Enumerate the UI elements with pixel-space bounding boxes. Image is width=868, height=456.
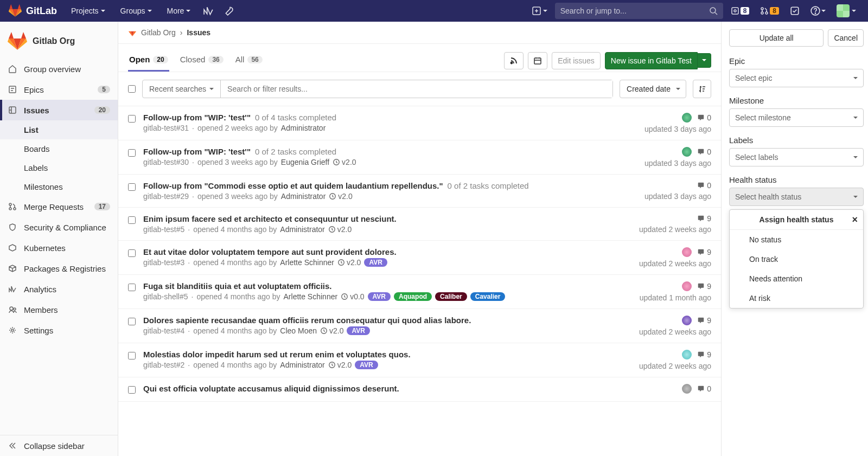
recent-searches[interactable]: Recent searches: [143, 80, 221, 98]
issue-checkbox[interactable]: [128, 352, 136, 359]
sidebar-item-settings[interactable]: Settings: [0, 320, 118, 341]
assignee-avatar[interactable]: [682, 113, 692, 123]
issue-author[interactable]: Administrator: [280, 225, 324, 234]
milestone-select[interactable]: Select milestone: [729, 108, 864, 127]
collapse-sidebar[interactable]: Collapse sidebar: [0, 435, 118, 456]
issue-title[interactable]: Enim ipsum facere sed et architecto et c…: [143, 214, 397, 223]
breadcrumb-group[interactable]: Gitlab Org: [141, 28, 176, 37]
issue-checkbox[interactable]: [128, 249, 136, 257]
sidebar-item-security-compliance[interactable]: Security & Compliance: [0, 217, 118, 237]
issue-title[interactable]: Follow-up from "WIP: 'test'": [143, 113, 251, 122]
issue-title[interactable]: Fuga sit blanditiis quia et aut voluptat…: [143, 281, 332, 291]
assignee-avatar[interactable]: [682, 384, 692, 394]
assignee-avatar[interactable]: [682, 350, 692, 359]
todos-icon[interactable]: [787, 3, 803, 19]
sidebar-sub-list[interactable]: List: [0, 120, 118, 139]
issue-checkbox[interactable]: [128, 149, 136, 157]
sidebar-sub-milestones[interactable]: Milestones: [0, 177, 118, 196]
health-option[interactable]: On track: [730, 249, 863, 269]
update-all-button[interactable]: Update all: [729, 29, 824, 47]
filter-input[interactable]: [221, 80, 612, 98]
gitlab-logo[interactable]: [9, 4, 22, 17]
issue-author[interactable]: Arlette Schinner: [284, 292, 338, 301]
label-chip[interactable]: AVR: [355, 361, 378, 369]
label-chip[interactable]: Aquapod: [394, 292, 432, 301]
issue-checkbox[interactable]: [128, 386, 136, 394]
tab-closed[interactable]: Closed36: [179, 49, 225, 72]
user-menu[interactable]: [833, 1, 859, 21]
health-select[interactable]: Select health status: [729, 188, 864, 206]
epic-select[interactable]: Select epic: [729, 69, 864, 87]
wrench-icon[interactable]: [221, 3, 237, 19]
calendar-button[interactable]: [528, 52, 547, 69]
cancel-button[interactable]: Cancel: [828, 29, 864, 47]
edit-issues-button[interactable]: Edit issues: [552, 52, 601, 69]
health-option[interactable]: Needs attention: [730, 269, 863, 288]
assignee-avatar[interactable]: [682, 281, 692, 291]
close-icon[interactable]: ×: [852, 215, 858, 224]
issue-title[interactable]: Follow-up from "Commodi esse optio et au…: [143, 181, 443, 190]
issue-checkbox[interactable]: [128, 284, 136, 291]
issue-author[interactable]: Administrator: [281, 192, 326, 201]
issue-title[interactable]: Dolores sapiente recusandae quam officii…: [143, 316, 471, 325]
assignee-avatar[interactable]: [682, 316, 692, 325]
mr-shortcut[interactable]: 8: [757, 3, 782, 18]
issue-checkbox[interactable]: [128, 183, 136, 191]
label-chip[interactable]: Caliber: [435, 292, 467, 301]
tab-all[interactable]: All56: [234, 49, 264, 72]
comments-count[interactable]: 9: [697, 350, 711, 359]
sort-direction[interactable]: [693, 80, 711, 98]
issue-checkbox[interactable]: [128, 115, 136, 123]
plus-icon[interactable]: [529, 3, 551, 18]
assignee-avatar[interactable]: [682, 147, 692, 157]
sidebar-item-epics[interactable]: Epics5: [0, 79, 118, 100]
comments-count[interactable]: 9: [697, 214, 711, 223]
select-all-checkbox[interactable]: [128, 85, 136, 93]
issue-title[interactable]: Qui est officia voluptate accusamus aliq…: [143, 384, 399, 393]
sort-select[interactable]: Created date: [620, 80, 686, 98]
issue-title[interactable]: Molestias dolor impedit harum sed ut rer…: [143, 350, 411, 359]
assignee-avatar[interactable]: [682, 247, 692, 257]
comments-count[interactable]: 9: [697, 316, 711, 325]
tab-open[interactable]: Open20: [128, 49, 169, 72]
label-chip[interactable]: Cavalier: [470, 292, 506, 301]
issue-checkbox[interactable]: [128, 318, 136, 325]
issue-author[interactable]: Cleo Moen: [280, 326, 317, 335]
comments-count[interactable]: 0: [697, 113, 711, 122]
comments-count[interactable]: 9: [697, 282, 711, 291]
issues-shortcut[interactable]: 8: [727, 3, 753, 18]
help-icon[interactable]: [807, 3, 829, 19]
comments-count[interactable]: 0: [697, 181, 711, 190]
health-option[interactable]: At risk: [730, 288, 863, 308]
sidebar-item-issues[interactable]: Issues20: [0, 100, 118, 120]
labels-select[interactable]: Select labels: [729, 148, 864, 166]
sidebar-item-members[interactable]: Members: [0, 299, 118, 320]
label-chip[interactable]: AVR: [347, 326, 369, 335]
issue-title[interactable]: Et aut vitae dolor voluptatem tempore au…: [143, 247, 397, 256]
comments-count[interactable]: 9: [697, 248, 711, 256]
issue-title[interactable]: Follow-up from "WIP: 'test'": [143, 147, 251, 156]
sidebar-item-analytics[interactable]: Analytics: [0, 279, 118, 299]
sidebar-sub-boards[interactable]: Boards: [0, 139, 118, 158]
sidebar-item-merge-requests[interactable]: Merge Requests17: [0, 196, 118, 217]
issue-author[interactable]: Arlette Schinner: [280, 258, 334, 267]
rss-button[interactable]: [504, 52, 524, 69]
comments-count[interactable]: 0: [697, 384, 711, 393]
context-header[interactable]: Gitlab Org: [0, 27, 118, 59]
issue-author[interactable]: Administrator: [280, 361, 324, 369]
issue-author[interactable]: Eugenia Grieff: [281, 158, 329, 166]
sidebar-item-kubernetes[interactable]: Kubernetes: [0, 237, 118, 258]
issue-checkbox[interactable]: [128, 216, 136, 224]
sidebar-item-group-overview[interactable]: Group overview: [0, 59, 118, 79]
new-issue-caret[interactable]: [698, 53, 711, 68]
issue-author[interactable]: Administrator: [281, 124, 326, 132]
nav-projects[interactable]: Projects: [66, 3, 111, 18]
nav-groups[interactable]: Groups: [115, 3, 157, 18]
nav-more[interactable]: More: [162, 3, 196, 18]
health-option[interactable]: No status: [730, 230, 863, 249]
global-search[interactable]: [555, 3, 723, 19]
new-issue-button[interactable]: New issue in Gitlab Test: [605, 52, 698, 69]
label-chip[interactable]: AVR: [368, 292, 391, 301]
activity-icon[interactable]: [200, 3, 216, 19]
sidebar-sub-labels[interactable]: Labels: [0, 158, 118, 177]
